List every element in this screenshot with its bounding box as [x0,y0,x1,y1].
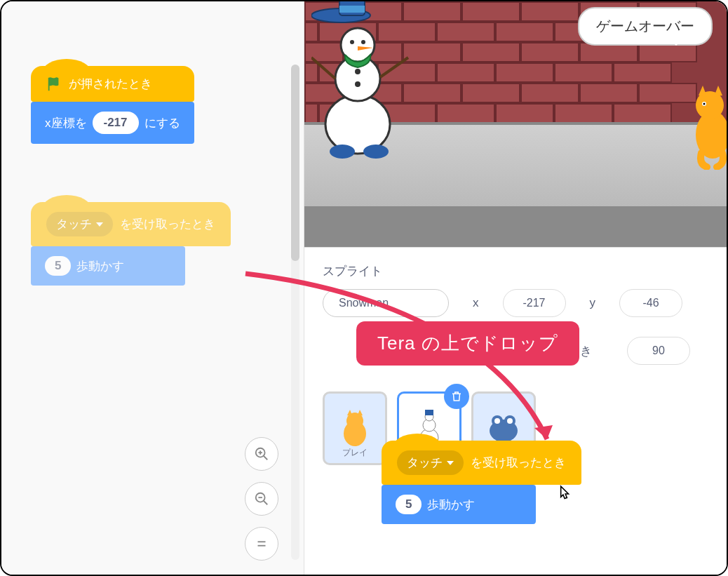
equals-icon [254,536,269,551]
chevron-down-icon [96,222,103,227]
svg-line-5 [264,501,268,505]
svg-point-41 [494,418,500,424]
svg-line-1 [264,456,268,460]
svg-point-22 [330,145,355,159]
svg-rect-14 [339,6,365,13]
steps-value-ghost: 5 [45,256,71,276]
sprite-thumb-player[interactable]: プレイ [323,391,387,465]
svg-point-18 [355,69,360,74]
dragging-block-stack[interactable]: タッチ を受け取ったとき 5 歩動かす [382,441,581,524]
svg-marker-27 [714,86,722,97]
script-stack-1[interactable]: が押されたとき x座標を -217 にする [31,66,194,144]
svg-point-42 [507,418,513,424]
zoom-out-icon [254,491,269,507]
zoom-in-icon [254,446,269,462]
y-label: y [590,296,596,310]
hat-suffix-dragging: を受け取ったとき [471,455,566,471]
move-steps-block-dragging[interactable]: 5 歩動かす [382,485,536,524]
annotation-text: Tera の上でドロップ [377,333,558,354]
svg-point-29 [703,103,706,105]
svg-line-20 [311,58,335,79]
sprite-name-input[interactable] [323,289,449,317]
move-steps-block-ghost: 5 歩動かす [31,246,185,286]
y-value[interactable]: -46 [619,289,682,317]
sprite-row-1: x -217 y -46 [323,289,708,317]
thumb-label-player: プレイ [342,447,368,459]
script-stack-2-ghost: タッチ を受け取ったとき 5 歩動かす [31,202,231,286]
cat-thumb-icon [336,410,374,448]
when-flag-clicked-hat[interactable]: が押されたとき [31,66,194,102]
zoom-reset-button[interactable] [245,527,278,561]
motion-prefix: x座標を [45,115,87,131]
svg-point-9 [325,95,390,154]
snowman-sprite[interactable] [311,1,410,163]
svg-line-21 [380,58,408,77]
motion-suffix: にする [144,115,180,131]
message-dropdown-ghost: タッチ [46,212,113,236]
stage[interactable]: ゲームオーバー [304,1,727,247]
green-flag-icon [46,76,62,92]
svg-point-23 [363,145,389,159]
annotation-callout: Tera の上でドロップ [356,321,579,366]
trash-icon [450,390,463,403]
set-x-block[interactable]: x座標を -217 にする [31,102,194,144]
script-area[interactable]: が押されたとき x座標を -217 にする タッチ を受け取ったとき 5 歩動か… [1,1,304,575]
sprite-section-label: スプライト [323,263,708,279]
x-value-input[interactable]: -217 [93,112,139,134]
zoom-controls [245,437,278,561]
cat-sprite[interactable] [692,86,727,170]
x-label: x [473,296,479,310]
zoom-out-button[interactable] [245,482,278,516]
when-receive-hat-dragging[interactable]: タッチ を受け取ったとき [382,441,581,485]
chevron-down-icon [447,461,454,465]
zoom-in-button[interactable] [245,437,278,471]
speech-bubble: ゲームオーバー [578,7,713,46]
direction-value[interactable]: 90 [627,337,690,365]
hat-suffix-ghost: を受け取ったとき [120,216,215,232]
move-suffix-ghost: 歩動かす [76,258,124,274]
speech-text: ゲームオーバー [596,18,694,34]
svg-marker-26 [699,86,707,97]
when-receive-hat-ghost: タッチ を受け取ったとき [31,202,231,246]
steps-value-dragging[interactable]: 5 [396,495,422,514]
sprite-info-panel: スプライト x -217 y -46 100 向き 90 [304,247,727,575]
delete-sprite-button[interactable] [444,384,469,409]
move-suffix-dragging: 歩動かす [427,497,475,513]
message-dropdown-dragging[interactable]: タッチ [397,450,464,475]
svg-point-19 [355,81,360,87]
x-value[interactable]: -217 [503,289,566,317]
pointer-cursor-icon [555,485,573,503]
app-root: が押されたとき x座標を -217 にする タッチ を受け取ったとき 5 歩動か… [0,0,728,576]
scrollbar-track[interactable] [291,65,299,560]
hat-label: が押されたとき [69,76,152,92]
svg-rect-37 [425,410,433,415]
stage-road [304,206,727,247]
svg-point-16 [361,40,365,44]
svg-point-15 [350,40,354,44]
scrollbar-thumb[interactable] [291,65,299,261]
